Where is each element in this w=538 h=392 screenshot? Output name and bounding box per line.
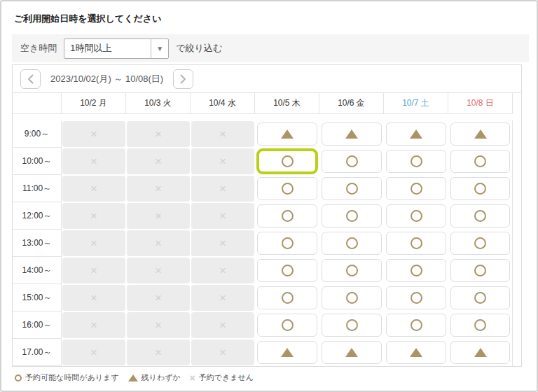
filter-suffix: で絞り込む [176,42,222,55]
slot-few-remaining[interactable] [322,341,382,364]
duration-select[interactable]: 1時間以上 ▼ [64,38,169,59]
slot-few-remaining[interactable] [386,122,446,146]
legend: 予約可能な時間があります残りわずか×予約できません [15,372,526,383]
triangle-icon [410,130,422,139]
slot-unavailable: × [191,285,254,311]
slot-available[interactable] [322,314,382,337]
slot-available[interactable] [257,259,317,282]
slot-unavailable: × [62,340,125,365]
slot-cell: × [126,202,191,230]
slot-available[interactable] [386,232,446,255]
circle-icon [474,155,486,167]
slot-available[interactable] [322,204,382,227]
slot-few-remaining[interactable] [386,341,446,364]
slot-available[interactable] [450,150,510,173]
slot-cell: × [62,202,126,230]
circle-icon [411,265,422,276]
slot-cell: × [126,148,191,175]
slot-available[interactable] [450,259,510,282]
circle-icon [346,237,358,249]
time-row-label: 12:00～ [13,202,62,230]
next-week-button[interactable] [173,69,193,89]
slot-cell [448,284,513,312]
slot-available[interactable] [450,286,510,309]
slot-available[interactable] [450,232,510,255]
circle-icon [346,210,358,222]
slot-available[interactable] [386,259,446,282]
slot-cell [319,339,384,366]
cross-icon: × [155,292,162,304]
circle-icon [474,210,486,222]
slot-few-remaining[interactable] [450,341,510,364]
slot-available[interactable] [450,314,510,337]
circle-icon [282,265,294,276]
circle-icon [282,319,294,331]
legend-item: ×予約できません [190,372,254,383]
slot-unavailable: × [191,121,254,147]
slot-few-remaining[interactable] [257,341,317,364]
slot-unavailable: × [191,340,254,365]
slot-available[interactable] [322,177,382,200]
slot-available[interactable] [322,259,382,282]
slot-cell [384,120,448,148]
date-range: 2023/10/02(月) ～ 10/08(日) [50,73,163,85]
slot-available[interactable] [386,150,446,173]
slot-unavailable: × [127,285,190,311]
cross-icon: × [90,183,97,195]
slot-unavailable: × [62,230,125,256]
slot-cell: × [62,257,126,284]
prev-week-button[interactable] [20,69,41,89]
slot-available[interactable] [257,232,317,255]
duration-select-value: 1時間以上 [64,42,151,55]
slot-available[interactable] [322,286,382,309]
slot-few-remaining[interactable] [257,122,317,146]
filter-bar: 空き時間 1時間以上 ▼ で絞り込む [12,34,529,62]
slot-cell [319,230,384,257]
slot-available[interactable] [450,204,510,227]
slot-cell: × [126,120,191,148]
slot-cell: × [62,120,126,148]
day-column-header: 10/2 月 [62,93,126,114]
slot-available[interactable] [322,150,382,173]
slot-cell [448,257,513,284]
slot-unavailable: × [191,176,254,202]
circle-icon [346,155,358,167]
cross-icon: × [90,265,97,276]
slot-available[interactable] [386,286,446,309]
cross-icon: × [155,128,162,140]
booking-widget: ご利用開始日時を選択してください 空き時間 1時間以上 ▼ で絞り込む 2023… [0,0,538,392]
slot-available[interactable] [386,314,446,337]
slot-selected[interactable] [256,148,318,174]
grid-corner-cell [13,93,62,114]
slot-available[interactable] [386,204,446,227]
slot-unavailable: × [127,121,190,147]
slot-available[interactable] [257,286,317,309]
slot-cell [448,339,513,366]
slot-available[interactable] [450,177,510,200]
slot-unavailable: × [62,203,125,229]
slot-cell [384,175,448,202]
slot-available[interactable] [322,232,382,255]
cross-icon: × [155,237,162,249]
time-row-label: 16:00～ [13,312,62,339]
slot-cell: × [62,230,126,257]
cross-icon: × [190,373,195,383]
slot-available[interactable] [257,314,317,337]
slot-unavailable: × [62,176,125,202]
cross-icon: × [219,183,226,195]
circle-icon [282,292,294,304]
slot-few-remaining[interactable] [450,122,510,146]
chevron-right-icon [180,74,186,84]
slot-unavailable: × [62,148,125,174]
cross-icon: × [90,128,97,140]
circle-icon [411,183,422,195]
triangle-icon [345,348,358,357]
slot-available[interactable] [257,177,317,200]
cross-icon: × [90,210,97,222]
slot-cell [255,312,319,339]
cross-icon: × [155,210,162,222]
slot-available[interactable] [386,177,446,200]
time-row-label: 13:00～ [13,230,62,257]
slot-available[interactable] [257,204,317,227]
slot-few-remaining[interactable] [322,122,382,146]
